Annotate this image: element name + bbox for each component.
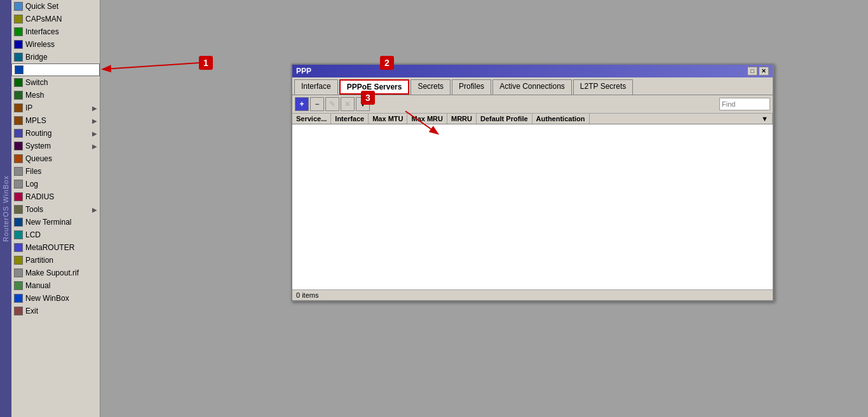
col-header-max-mru: Max MRU: [407, 114, 447, 124]
routing-submenu-arrow: ▶: [92, 130, 97, 137]
sidebar-item-ppp[interactable]: PPP: [11, 63, 100, 76]
sidebar-item-label-bridge: Bridge: [25, 53, 48, 62]
tools-icon: [14, 205, 23, 214]
sidebar-item-label-ppp: PPP: [26, 65, 41, 74]
new-terminal-icon: [14, 218, 23, 227]
window-titlebar: PPP □ ✕: [292, 65, 773, 77]
ip-icon: [14, 103, 23, 112]
sidebar-item-log[interactable]: Log: [11, 178, 100, 190]
files-icon: [14, 167, 23, 176]
sidebar-item-mesh[interactable]: Mesh: [11, 89, 100, 102]
new-winbox-icon: [14, 294, 23, 303]
sidebar-item-queues[interactable]: Queues: [11, 152, 100, 165]
sidebar-item-system[interactable]: System▶: [11, 140, 100, 152]
sidebar-item-label-wireless: Wireless: [25, 40, 55, 49]
sidebar-item-make-supout[interactable]: Make Supout.rif: [11, 267, 100, 279]
make-supout-icon: [14, 268, 23, 277]
sidebar-item-manual[interactable]: Manual: [11, 279, 100, 292]
table-header: Service...InterfaceMax MTUMax MRUMRRUDef…: [292, 114, 773, 124]
sidebar-item-files[interactable]: Files: [11, 165, 100, 178]
sidebar-item-exit[interactable]: Exit: [11, 305, 100, 317]
system-submenu-arrow: ▶: [92, 143, 97, 150]
sidebar-item-label-mesh: Mesh: [25, 91, 44, 100]
log-icon: [14, 180, 23, 189]
sidebar-item-ip[interactable]: IP▶: [11, 102, 100, 114]
tab-active-connections[interactable]: Active Connections: [492, 79, 572, 95]
col-header-interface: Interface: [331, 114, 369, 124]
ppp-icon: [15, 65, 24, 74]
quick-set-icon: [14, 2, 23, 11]
remove-button[interactable]: −: [310, 97, 324, 111]
mesh-icon: [14, 91, 23, 100]
sidebar-item-bridge[interactable]: Bridge: [11, 51, 100, 63]
sidebar-item-wireless[interactable]: Wireless: [11, 38, 100, 51]
app-vertical-label: RouterOS WinBox: [0, 0, 11, 417]
sidebar-item-label-queues: Queues: [25, 154, 52, 163]
minimize-button[interactable]: □: [747, 67, 757, 76]
sidebar-item-label-system: System: [25, 142, 51, 150]
sidebar-item-mpls[interactable]: MPLS▶: [11, 114, 100, 127]
sidebar-item-label-manual: Manual: [25, 281, 50, 290]
sidebar-item-label-quick-set: Quick Set: [25, 2, 58, 11]
col-header-max-mtu: Max MTU: [369, 114, 407, 124]
sidebar: Quick SetCAPsMANInterfacesWirelessBridge…: [11, 0, 100, 417]
sidebar-item-tools[interactable]: Tools▶: [11, 203, 100, 216]
mpls-submenu-arrow: ▶: [92, 117, 97, 124]
col-header-default-profile: Default Profile: [477, 114, 532, 124]
queues-icon: [14, 154, 23, 163]
main-area: 1 2 3 PPP □ ✕ InterfacePPPoE ServersSecr…: [100, 0, 868, 417]
sidebar-item-label-metarouter: MetaROUTER: [25, 243, 74, 252]
sidebar-item-radius[interactable]: RADIUS: [11, 190, 100, 203]
routing-icon: [14, 129, 23, 138]
bridge-icon: [14, 53, 23, 62]
lcd-icon: [14, 230, 23, 239]
svg-line-1: [104, 63, 199, 69]
sidebar-item-new-terminal[interactable]: New Terminal: [11, 216, 100, 228]
sidebar-item-label-mpls: MPLS: [25, 116, 46, 125]
sidebar-item-metarouter[interactable]: MetaROUTER: [11, 241, 100, 254]
close-button[interactable]: ✕: [759, 67, 769, 76]
col-expand-button[interactable]: ▼: [757, 114, 773, 124]
tab-secrets[interactable]: Secrets: [410, 79, 451, 95]
sidebar-item-quick-set[interactable]: Quick Set: [11, 0, 100, 13]
tab-interface[interactable]: Interface: [294, 79, 338, 95]
sidebar-item-label-files: Files: [25, 167, 41, 176]
table-footer: 0 items: [292, 289, 773, 300]
sidebar-item-label-new-winbox: New WinBox: [25, 294, 69, 303]
sidebar-item-routing[interactable]: Routing▶: [11, 127, 100, 140]
sidebar-item-interfaces[interactable]: Interfaces: [11, 25, 100, 38]
tab-profiles[interactable]: Profiles: [452, 79, 491, 95]
sidebar-item-label-lcd: LCD: [25, 230, 41, 239]
sidebar-item-new-winbox[interactable]: New WinBox: [11, 292, 100, 305]
window-table: Service...InterfaceMax MTUMax MRUMRRUDef…: [292, 114, 773, 300]
sidebar-item-lcd[interactable]: LCD: [11, 228, 100, 241]
sidebar-item-switch[interactable]: Switch: [11, 76, 100, 89]
sidebar-item-label-tools: Tools: [25, 205, 43, 214]
disable-button[interactable]: ✕: [341, 97, 355, 111]
add-button[interactable]: +: [295, 97, 309, 111]
window-controls: □ ✕: [747, 67, 769, 76]
sidebar-item-label-log: Log: [25, 180, 38, 189]
system-icon: [14, 142, 23, 150]
sidebar-item-capsman[interactable]: CAPsMAN: [11, 13, 100, 25]
sidebar-item-label-new-terminal: New Terminal: [25, 218, 71, 227]
sidebar-item-label-interfaces: Interfaces: [25, 27, 59, 36]
find-input[interactable]: [719, 98, 770, 110]
exit-icon: [14, 307, 23, 315]
window-content: InterfacePPPoE ServersSecretsProfilesAct…: [292, 77, 773, 300]
interfaces-icon: [14, 27, 23, 36]
sidebar-item-partition[interactable]: Partition: [11, 254, 100, 267]
col-header-mrru: MRRU: [447, 114, 477, 124]
sidebar-item-label-ip: IP: [25, 103, 32, 112]
radius-icon: [14, 192, 23, 201]
tab-l2tp-secrets[interactable]: L2TP Secrets: [573, 79, 633, 95]
table-body: [292, 124, 773, 289]
wireless-icon: [14, 40, 23, 49]
sidebar-item-label-capsman: CAPsMAN: [25, 15, 62, 23]
sidebar-item-label-switch: Switch: [25, 78, 48, 87]
edit-button[interactable]: ✎: [325, 97, 339, 111]
mpls-icon: [14, 116, 23, 125]
badge-1: 1: [199, 56, 213, 70]
partition-icon: [14, 256, 23, 265]
sidebar-item-label-exit: Exit: [25, 307, 38, 315]
